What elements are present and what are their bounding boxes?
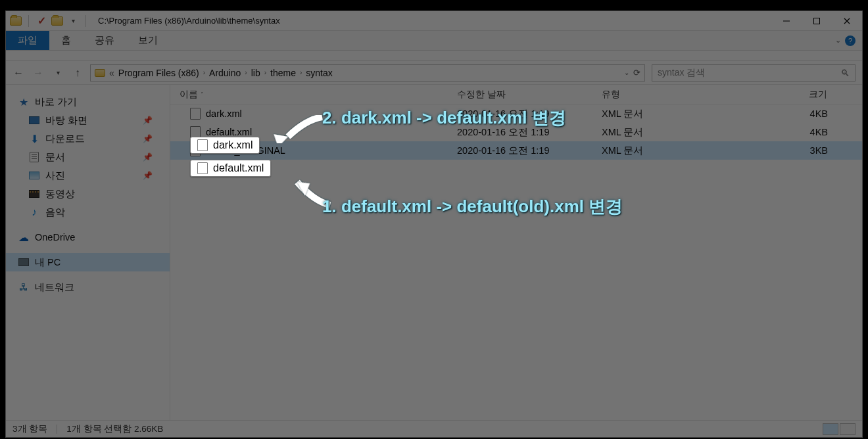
sidebar-item-documents[interactable]: 문서 📌 — [6, 148, 170, 166]
chevron-right-icon[interactable]: › — [245, 69, 247, 76]
highlight-chip-default: default.xml — [190, 160, 271, 177]
chevron-right-icon[interactable]: › — [264, 69, 266, 76]
sidebar-network[interactable]: 🖧 네트워크 — [6, 278, 170, 296]
maximize-button[interactable] — [802, 11, 832, 31]
xml-file-icon — [190, 108, 201, 120]
nav-forward-icon[interactable]: → — [32, 67, 44, 79]
sidebar-onedrive[interactable]: ☁ OneDrive — [6, 228, 170, 246]
pin-icon: 📌 — [143, 171, 153, 180]
tab-view[interactable]: 보기 — [126, 31, 170, 50]
search-input[interactable]: syntax 검색 🔍︎ — [652, 64, 856, 81]
ribbon-collapse-icon[interactable]: ⌄ — [835, 36, 841, 45]
window-title: C:\Program Files (x86)\Arduino\lib\theme… — [98, 16, 280, 26]
highlight-chip-dark: dark.xml — [190, 137, 260, 154]
address-dropdown-icon[interactable]: ⌄ — [624, 69, 629, 76]
view-details-button[interactable] — [823, 423, 838, 435]
pin-icon: 📌 — [143, 116, 153, 125]
pin-icon: 📌 — [143, 152, 153, 162]
xml-file-icon — [197, 162, 208, 174]
cloud-icon: ☁ — [18, 231, 30, 243]
breadcrumb[interactable]: syntax — [306, 68, 332, 78]
download-icon: ⬇ — [28, 133, 40, 145]
address-bar[interactable]: « Program Files (x86) › Arduino › lib › … — [90, 64, 645, 81]
explorer-window: ✓ ▾ C:\Program Files (x86)\Arduino\lib\t… — [5, 11, 863, 438]
videos-icon — [28, 188, 40, 200]
sidebar-item-videos[interactable]: 동영상 — [6, 185, 170, 203]
search-placeholder: syntax 검색 — [658, 67, 705, 79]
nav-back-icon[interactable]: ← — [12, 67, 24, 79]
sidebar-item-music[interactable]: ♪ 음악 — [6, 203, 170, 221]
desktop-icon — [28, 114, 40, 126]
sidebar-item-downloads[interactable]: ⬇ 다운로드 📌 — [6, 129, 170, 148]
breadcrumb[interactable]: theme — [270, 68, 296, 78]
network-icon: 🖧 — [18, 281, 30, 293]
sidebar-quick-access[interactable]: ★ 바로 가기 — [6, 93, 170, 111]
arrow-icon — [270, 104, 329, 143]
status-selection: 1개 항목 선택함 2.66KB — [66, 423, 163, 435]
star-icon: ★ — [18, 96, 30, 108]
column-size[interactable]: 크기 — [756, 85, 841, 104]
address-folder-icon — [95, 69, 105, 77]
title-bar: ✓ ▾ C:\Program Files (x86)\Arduino\lib\t… — [6, 11, 862, 31]
minimize-button[interactable] — [771, 11, 802, 31]
nav-history-dropdown-icon[interactable]: ▾ — [52, 67, 64, 79]
chevron-right-icon[interactable]: › — [203, 69, 205, 76]
divider — [85, 15, 86, 27]
nav-up-icon[interactable]: ↑ — [72, 67, 84, 79]
column-headers: 이름˄ 수정한 날짜 유형 크기 — [170, 85, 862, 104]
tab-share[interactable]: 공유 — [83, 31, 126, 50]
document-icon — [28, 151, 40, 163]
tab-home[interactable]: 홈 — [49, 31, 83, 50]
tab-file[interactable]: 파일 — [6, 31, 49, 50]
file-row[interactable]: default_ORIGINAL 2020-01-16 오전 1:19 XML … — [170, 141, 862, 160]
close-button[interactable] — [832, 11, 862, 31]
breadcrumb[interactable]: lib — [251, 68, 260, 78]
app-folder-icon — [10, 15, 22, 27]
pictures-icon — [28, 170, 40, 181]
status-bar: 3개 항목 1개 항목 선택함 2.66KB — [6, 420, 862, 437]
breadcrumb[interactable]: Program Files (x86) — [118, 68, 199, 78]
chevron-right-icon[interactable]: › — [300, 69, 302, 76]
sort-asc-icon: ˄ — [201, 91, 204, 98]
sidebar-this-pc[interactable]: 내 PC — [6, 253, 170, 271]
svg-marker-1 — [272, 134, 288, 143]
status-item-count: 3개 항목 — [12, 423, 47, 435]
help-icon[interactable]: ? — [845, 35, 856, 46]
navigation-pane: ★ 바로 가기 바탕 화면 📌 ⬇ 다운로드 📌 문서 📌 — [6, 85, 170, 420]
ribbon-gap — [6, 51, 862, 61]
sidebar-item-pictures[interactable]: 사진 📌 — [6, 166, 170, 185]
column-name[interactable]: 이름˄ — [170, 85, 453, 104]
view-icons-button[interactable] — [840, 423, 856, 435]
annotation-2: 2. dark.xml -> default.xml 변경 — [322, 106, 566, 129]
column-type[interactable]: 유형 — [598, 85, 756, 104]
search-icon[interactable]: 🔍︎ — [840, 68, 850, 78]
xml-file-icon — [197, 139, 208, 151]
svg-rect-0 — [814, 18, 820, 24]
sidebar-item-desktop[interactable]: 바탕 화면 📌 — [6, 111, 170, 129]
divider — [28, 15, 29, 27]
annotation-1: 1. default.xml -> default(old).xml 변경 — [322, 195, 623, 218]
divider — [57, 425, 57, 434]
pc-icon — [18, 256, 30, 268]
pin-icon: 📌 — [143, 134, 153, 143]
music-icon: ♪ — [28, 206, 40, 218]
breadcrumb[interactable]: Arduino — [209, 68, 241, 78]
qat-dropdown-icon[interactable]: ▾ — [67, 15, 79, 27]
column-date[interactable]: 수정한 날짜 — [453, 85, 598, 104]
refresh-icon[interactable]: ⟳ — [633, 68, 640, 78]
properties-check-icon[interactable]: ✓ — [36, 15, 47, 27]
qat-folder-icon[interactable] — [51, 15, 63, 27]
ribbon-tabs: 파일 홈 공유 보기 ⌄ ? — [6, 31, 862, 51]
breadcrumb-prefix: « — [109, 68, 114, 78]
address-row: ← → ▾ ↑ « Program Files (x86) › Arduino … — [6, 61, 862, 85]
